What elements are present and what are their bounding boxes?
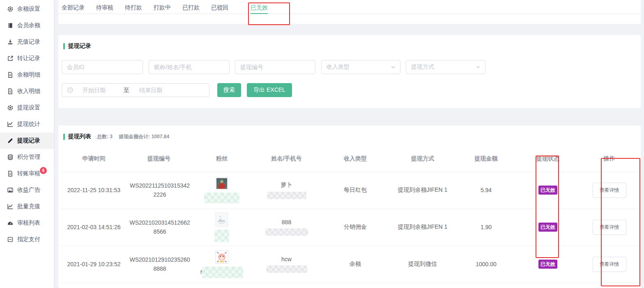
- nickname-input[interactable]: [149, 60, 230, 74]
- col-income-type: 收入类型: [320, 146, 390, 172]
- sidebar-item-points-management[interactable]: 积分管理: [0, 149, 54, 165]
- sidebar-item-transfer-records[interactable]: 转让记录: [0, 50, 54, 67]
- fan-name: 888: [253, 219, 320, 225]
- export-excel-button[interactable]: 导出 EXCEL: [247, 83, 292, 97]
- view-details-button[interactable]: 查看详情: [593, 257, 626, 272]
- sidebar-item-label: 转让记录: [17, 55, 40, 62]
- sidebar-item-balance-detail[interactable]: 余额明细: [0, 67, 54, 83]
- gauge-icon: [7, 220, 14, 226]
- cell-income-type: 每日红包: [320, 172, 390, 209]
- col-apply-time: 申请时间: [61, 146, 127, 172]
- file-icon: [7, 88, 14, 95]
- status-badge: 已无效: [538, 260, 557, 269]
- file-icon: [7, 72, 14, 78]
- cell-withdraw-code: WS2022112510315342 2226: [127, 181, 193, 200]
- sidebar-item-label: 指定支付: [17, 236, 40, 243]
- cell-withdraw-method: 提现到余额JIFEN 1: [390, 172, 455, 209]
- member-id-input[interactable]: [62, 60, 143, 74]
- sidebar-item-revenue-ads[interactable]: 收益广告: [0, 182, 54, 198]
- fan-avatar-placeholder: [216, 213, 228, 227]
- status-badge: 已无效: [538, 223, 557, 232]
- cell-income-type: 余额: [320, 246, 390, 283]
- view-details-button[interactable]: 查看详情: [593, 183, 626, 198]
- cell-apply-time: 2021-01-29 10:23:52: [61, 246, 127, 283]
- chevron-down-icon: [391, 66, 395, 68]
- sidebar-item-label: 余额设置: [17, 5, 40, 13]
- date-separator: 至: [124, 87, 129, 94]
- col-withdraw-method: 提现方式: [390, 146, 455, 172]
- external-link-icon: [7, 55, 14, 62]
- notification-badge: 6: [40, 167, 47, 174]
- cell-withdraw-code: WS2021020314512662 8566: [127, 218, 193, 237]
- tab-rejected[interactable]: 已驳回: [211, 0, 228, 14]
- sidebar-item-label: 收入明细: [17, 88, 40, 95]
- sidebar-item-recharge-records[interactable]: 充值记录: [0, 34, 54, 50]
- cell-name-phone: 萝卜: [253, 172, 320, 209]
- search-button[interactable]: 搜索: [217, 83, 241, 97]
- tab-pending-review[interactable]: 待审核: [96, 0, 113, 14]
- search-title-text: 提现记录: [68, 42, 91, 50]
- sidebar-item-label: 会员余额: [17, 22, 40, 29]
- sidebar-item-label: 审核列表: [17, 219, 40, 227]
- gear-icon: [7, 105, 14, 111]
- tab-paying[interactable]: 打款中: [154, 0, 171, 14]
- date-range-picker[interactable]: 开始日期 至 结束日期: [62, 83, 209, 97]
- sidebar-item-income-detail[interactable]: 收入明细: [0, 83, 54, 100]
- col-actions: 操作: [579, 146, 640, 172]
- book-icon: [7, 22, 14, 29]
- withdraw-method-select[interactable]: 提现方式: [406, 60, 485, 74]
- coins-icon: [7, 154, 14, 160]
- sidebar-item-label: 提现设置: [17, 104, 40, 111]
- table-row: 2021-02-03 14:51:26 WS2021020314512662 8…: [61, 209, 640, 246]
- sidebar-item-label: 充值记录: [17, 38, 40, 46]
- cell-withdraw-amount: 5.94: [455, 172, 517, 209]
- cell-withdraw-code: WS2021012910235260 8888: [127, 255, 193, 274]
- chart-icon: [7, 203, 14, 210]
- sidebar-item-label: 提现记录: [17, 137, 40, 144]
- sidebar-item-label: 积分管理: [17, 153, 40, 161]
- fan-avatar: [216, 177, 228, 190]
- tab-paid[interactable]: 已打款: [182, 0, 200, 14]
- fan-name: 萝卜: [253, 181, 320, 189]
- status-tabs-card: 全部记录 待审核 待打款 打款中 已打款 已驳回 已无效: [58, 0, 641, 24]
- phone-redacted: [265, 228, 308, 236]
- tab-invalid[interactable]: 已无效: [251, 0, 268, 14]
- sidebar-item-label: 转账审核: [17, 170, 40, 177]
- cell-apply-time: 2022-11-25 10:31:53: [61, 172, 127, 209]
- sidebar-item-withdraw-settings[interactable]: 提现设置: [0, 100, 54, 116]
- sidebar-item-designated-payment[interactable]: 指定支付: [0, 231, 54, 248]
- cell-withdraw-method: 提现到微信: [390, 246, 455, 283]
- sidebar-item-label: 提现统计: [17, 121, 40, 128]
- tab-pending-payment[interactable]: 待打款: [125, 0, 142, 14]
- sidebar-item-label: 批量充值: [17, 203, 40, 210]
- tab-all-records[interactable]: 全部记录: [62, 0, 85, 14]
- fan-name-redacted: f: [191, 267, 253, 278]
- search-section-title: 提现记录: [63, 42, 91, 50]
- list-amount-sum: 提现金额合计: 1007.84: [119, 134, 169, 139]
- search-card: 提现记录 收入类型 提现方式 开始日期 至 结束日期 搜索 导出 EXCEL: [58, 35, 641, 108]
- chart-icon: [7, 121, 14, 128]
- income-type-select[interactable]: 收入类型: [321, 60, 400, 74]
- withdraw-code-input[interactable]: [235, 60, 315, 74]
- minus-square-icon: [7, 236, 14, 243]
- sidebar-item-batch-recharge[interactable]: 批量充值: [0, 198, 54, 215]
- col-withdraw-code: 提现编号: [127, 146, 191, 172]
- cell-name-phone: hcw: [253, 246, 320, 283]
- view-details-button[interactable]: 查看详情: [593, 220, 626, 235]
- list-title-text: 提现列表: [68, 133, 91, 140]
- section-accent-bar: [63, 134, 65, 140]
- withdraw-method-placeholder: 提现方式: [411, 63, 434, 71]
- sidebar-item-withdraw-stats[interactable]: 提现统计: [0, 116, 54, 132]
- sidebar-item-transfer-review[interactable]: 转账审核 6: [0, 165, 54, 182]
- sidebar-item-withdraw-records[interactable]: 提现记录: [0, 132, 54, 149]
- cell-withdraw-amount: 1000.00: [455, 246, 517, 283]
- sidebar-item-review-list[interactable]: 审核列表: [0, 215, 54, 231]
- cell-withdraw-method: 提现到余额JIFEN 1: [390, 209, 455, 246]
- sidebar-item-balance-settings[interactable]: 余额设置: [0, 1, 54, 17]
- image-icon: [7, 187, 14, 193]
- sidebar-item-member-balance[interactable]: 会员余额: [0, 17, 54, 34]
- fan-name: hcw: [253, 256, 320, 262]
- withdraw-list-card: 提现列表 总数: 3 提现金额合计: 1007.84 申请时间 提现编号 粉丝 …: [58, 125, 641, 288]
- income-type-placeholder: 收入类型: [327, 63, 350, 71]
- cell-fan: [191, 209, 253, 246]
